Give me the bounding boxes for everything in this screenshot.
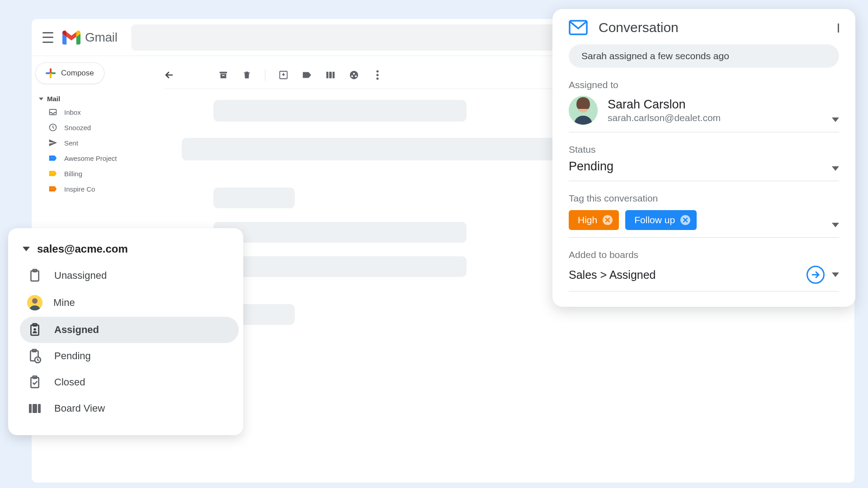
inbox-overlay-panel: sales@acme.com Unassigned Mine Assigned … bbox=[8, 228, 243, 435]
sidebar-item-sent[interactable]: Sent bbox=[35, 135, 145, 150]
overlay-item-closed[interactable]: Closed bbox=[20, 369, 239, 395]
collapse-icon[interactable] bbox=[838, 23, 839, 32]
sidebar-item-inspire-co[interactable]: ⋯ Inspire Co bbox=[35, 181, 145, 197]
compose-button[interactable]: Compose bbox=[35, 62, 104, 84]
menu-icon[interactable] bbox=[42, 32, 53, 43]
tags-label: Tag this conversation bbox=[569, 193, 839, 204]
back-icon[interactable] bbox=[164, 70, 175, 80]
gmail-logo[interactable]: Gmail bbox=[62, 30, 118, 45]
overlay-account-header[interactable]: sales@acme.com bbox=[20, 240, 239, 263]
inbox-icon bbox=[48, 107, 58, 117]
mail-icon bbox=[569, 20, 588, 35]
gmail-wordmark: Gmail bbox=[85, 30, 118, 45]
overlay-item-assigned[interactable]: Assigned bbox=[20, 317, 239, 343]
svg-rect-9 bbox=[329, 72, 332, 79]
svg-point-17 bbox=[377, 78, 379, 80]
plus-icon bbox=[46, 68, 56, 78]
activity-pill: Sarah assigned a few seconds ago bbox=[569, 44, 839, 68]
sidebar-item-inbox[interactable]: Inbox bbox=[35, 104, 145, 120]
assignee-avatar bbox=[569, 96, 598, 125]
label-icon[interactable] bbox=[302, 70, 312, 80]
svg-point-11 bbox=[350, 71, 358, 79]
remove-tag-icon[interactable] bbox=[603, 215, 613, 225]
assigned-to-section: Assigned to Sarah Carslon sarah.carlson@… bbox=[569, 80, 839, 132]
tag-icon: ⋯ bbox=[48, 184, 58, 194]
svg-rect-5 bbox=[220, 72, 227, 74]
svg-text:⋯: ⋯ bbox=[51, 187, 55, 191]
overlay-item-mine[interactable]: Mine bbox=[20, 289, 239, 317]
tag-icon: ⋯ bbox=[48, 169, 58, 178]
share-icon[interactable] bbox=[349, 70, 359, 80]
tag-icon: ⋯ bbox=[48, 153, 58, 163]
sidebar-item-awesome-project[interactable]: ⋯ Awesome Project bbox=[35, 150, 145, 166]
board-icon bbox=[28, 402, 42, 415]
gmail-mark-icon bbox=[62, 30, 80, 45]
clipboard-check-icon bbox=[28, 375, 42, 389]
archive-icon[interactable] bbox=[218, 70, 229, 80]
mail-tree-header[interactable]: Mail bbox=[35, 93, 145, 104]
svg-point-21 bbox=[32, 298, 38, 304]
svg-point-14 bbox=[355, 75, 357, 77]
avatar-icon bbox=[27, 295, 42, 310]
tags-section: Tag this conversation High Follow up bbox=[569, 193, 839, 238]
tag-high[interactable]: High bbox=[569, 210, 619, 230]
overlay-item-pending[interactable]: Pending bbox=[20, 343, 239, 369]
svg-rect-32 bbox=[38, 404, 41, 413]
overlay-item-board-view[interactable]: Board View bbox=[20, 395, 239, 422]
svg-rect-6 bbox=[222, 75, 225, 76]
send-icon bbox=[48, 138, 58, 148]
boards-section: Added to boards Sales > Assigned bbox=[569, 249, 839, 291]
boards-toolbar-icon[interactable] bbox=[325, 70, 336, 80]
sidebar-item-billing[interactable]: ⋯ Billing bbox=[35, 166, 145, 181]
overlay-item-unassigned[interactable]: Unassigned bbox=[20, 263, 239, 289]
tag-follow-up[interactable]: Follow up bbox=[625, 210, 697, 230]
svg-rect-10 bbox=[333, 72, 335, 79]
more-icon[interactable] bbox=[372, 70, 383, 80]
chevron-down-icon[interactable] bbox=[832, 166, 839, 171]
svg-point-13 bbox=[351, 75, 353, 77]
assignee-picker[interactable]: Sarah Carslon sarah.carlson@dealet.com bbox=[569, 96, 839, 125]
svg-rect-30 bbox=[29, 404, 32, 413]
status-label: Status bbox=[569, 144, 839, 155]
svg-point-16 bbox=[377, 74, 379, 76]
svg-point-12 bbox=[353, 73, 355, 75]
clipboard-clock-icon bbox=[28, 349, 42, 363]
svg-rect-31 bbox=[33, 404, 37, 413]
mail-tree: Mail Inbox Snoozed Sent ⋯ Awesome Projec… bbox=[35, 93, 145, 197]
assigned-to-label: Assigned to bbox=[569, 80, 839, 90]
chevron-down-icon[interactable] bbox=[832, 272, 839, 277]
clipboard-icon bbox=[28, 269, 42, 282]
delete-icon[interactable] bbox=[241, 70, 252, 80]
sidebar-item-snoozed[interactable]: Snoozed bbox=[35, 120, 145, 135]
caret-down-icon bbox=[39, 98, 43, 100]
clipboard-user-icon bbox=[28, 323, 42, 337]
caret-down-icon bbox=[23, 247, 30, 251]
move-to-inbox-icon[interactable] bbox=[278, 70, 289, 80]
toolbar-divider bbox=[265, 69, 265, 81]
boards-value[interactable]: Sales > Assigned bbox=[569, 268, 799, 282]
status-value[interactable]: Pending bbox=[569, 160, 839, 174]
chevron-down-icon[interactable] bbox=[832, 117, 839, 122]
compose-label: Compose bbox=[61, 69, 94, 78]
svg-text:⋯: ⋯ bbox=[51, 156, 55, 160]
svg-point-15 bbox=[377, 70, 379, 73]
conversation-panel: Conversation Sarah assigned a few second… bbox=[552, 9, 855, 307]
clock-icon bbox=[48, 122, 58, 132]
svg-text:⋯: ⋯ bbox=[51, 171, 55, 176]
panel-title: Conversation bbox=[599, 20, 679, 35]
chevron-down-icon[interactable] bbox=[832, 223, 839, 227]
svg-rect-8 bbox=[326, 72, 329, 79]
svg-point-24 bbox=[33, 328, 36, 331]
go-to-board-icon[interactable] bbox=[807, 266, 825, 284]
remove-tag-icon[interactable] bbox=[680, 215, 690, 225]
assignee-email: sarah.carlson@dealet.com bbox=[608, 113, 721, 123]
boards-label: Added to boards bbox=[569, 249, 839, 260]
status-section: Status Pending bbox=[569, 144, 839, 181]
assignee-name: Sarah Carslon bbox=[608, 98, 721, 112]
